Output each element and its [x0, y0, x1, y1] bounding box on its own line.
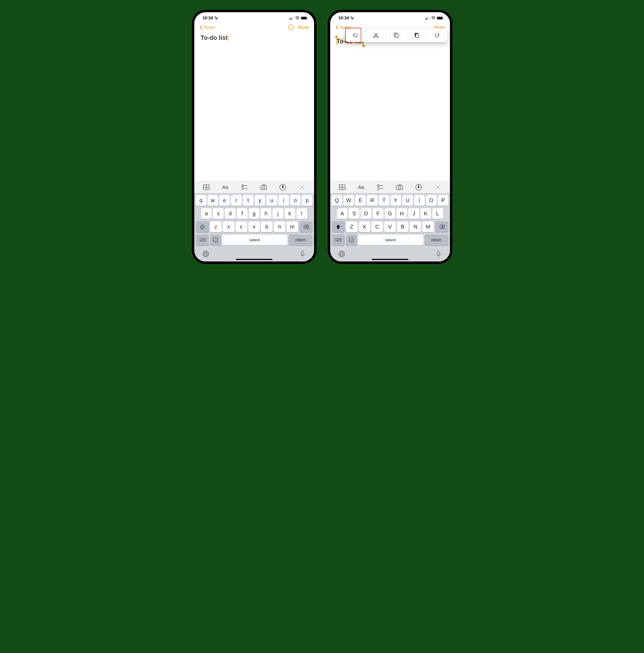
chevron-left-icon	[199, 25, 203, 30]
note-content[interactable]: To-do list	[330, 33, 450, 181]
key-k[interactable]: K	[420, 208, 431, 219]
key-i[interactable]: I	[414, 195, 425, 206]
key-u[interactable]: U	[402, 195, 413, 206]
key-s[interactable]: S	[349, 208, 359, 219]
keyboard: qwertyuiop asdfghjkl zxcvbnm 123 space r…	[194, 193, 314, 245]
home-indicator[interactable]	[236, 259, 272, 260]
table-tool-button[interactable]	[336, 184, 348, 191]
space-key[interactable]: space	[358, 235, 423, 245]
back-button[interactable]: Notes	[199, 25, 216, 30]
close-toolbar-button[interactable]	[296, 184, 308, 191]
key-j[interactable]: j	[272, 208, 283, 219]
key-h[interactable]: h	[261, 208, 271, 219]
space-key[interactable]: space	[222, 235, 287, 245]
key-y[interactable]: y	[255, 195, 265, 206]
shift-key[interactable]	[332, 221, 345, 232]
numbers-key[interactable]: 123	[196, 235, 209, 245]
key-p[interactable]: p	[302, 195, 312, 206]
key-l[interactable]: L	[432, 208, 443, 219]
key-u[interactable]: u	[266, 195, 277, 206]
key-x[interactable]: x	[223, 221, 234, 232]
redo-button[interactable]	[427, 28, 448, 42]
edit-popover	[345, 28, 448, 42]
key-p[interactable]: P	[438, 195, 448, 206]
camera-button[interactable]	[393, 184, 406, 191]
key-r[interactable]: R	[367, 195, 377, 206]
shift-key[interactable]	[196, 221, 209, 232]
emoji-key[interactable]	[210, 235, 221, 245]
key-n[interactable]: N	[410, 221, 421, 232]
note-content[interactable]: To-do list	[194, 33, 314, 181]
key-e[interactable]: E	[355, 195, 366, 206]
key-z[interactable]: z	[210, 221, 222, 232]
key-d[interactable]: d	[225, 208, 236, 219]
key-c[interactable]: c	[236, 221, 247, 232]
key-c[interactable]: C	[372, 221, 383, 232]
key-z[interactable]: Z	[346, 221, 358, 232]
key-a[interactable]: A	[337, 208, 348, 219]
dictation-key[interactable]	[435, 250, 442, 259]
markup-button[interactable]	[277, 184, 289, 191]
wifi-icon	[295, 17, 300, 20]
return-key[interactable]: return	[425, 235, 449, 245]
key-m[interactable]: m	[286, 221, 298, 232]
key-b[interactable]: b	[261, 221, 272, 232]
key-w[interactable]: W	[343, 195, 354, 206]
key-f[interactable]: f	[237, 208, 247, 219]
key-v[interactable]: V	[384, 221, 396, 232]
paste-button[interactable]	[407, 28, 427, 42]
delete-key[interactable]	[435, 221, 449, 232]
close-toolbar-button[interactable]	[432, 184, 444, 191]
delete-key[interactable]	[300, 221, 313, 232]
more-icon[interactable]	[288, 24, 294, 30]
key-y[interactable]: Y	[390, 195, 401, 206]
key-g[interactable]: g	[249, 208, 260, 219]
home-indicator[interactable]	[372, 259, 408, 260]
numbers-key[interactable]: 123	[332, 235, 345, 245]
key-e[interactable]: e	[219, 195, 230, 206]
keyboard: QWERTYUIOP ASDFGHJKL ZXCVBNM 123 space r…	[330, 193, 450, 245]
key-f[interactable]: F	[373, 208, 383, 219]
key-q[interactable]: Q	[332, 195, 342, 206]
key-t[interactable]: t	[243, 195, 254, 206]
key-h[interactable]: H	[397, 208, 407, 219]
key-j[interactable]: J	[408, 208, 419, 219]
checklist-button[interactable]	[374, 184, 386, 191]
key-l[interactable]: l	[296, 208, 307, 219]
markup-button[interactable]	[412, 184, 425, 191]
key-x[interactable]: X	[359, 221, 370, 232]
key-r[interactable]: r	[231, 195, 241, 206]
dictation-key[interactable]	[299, 250, 306, 259]
status-bar: 10:34	[194, 12, 314, 22]
key-n[interactable]: n	[274, 221, 285, 232]
return-key[interactable]: return	[289, 235, 313, 245]
key-v[interactable]: v	[248, 221, 260, 232]
key-b[interactable]: B	[397, 221, 408, 232]
globe-key[interactable]	[338, 250, 345, 259]
key-d[interactable]: D	[361, 208, 372, 219]
globe-key[interactable]	[202, 250, 210, 259]
key-a[interactable]: a	[201, 208, 212, 219]
format-aa-button[interactable]	[219, 184, 232, 191]
table-tool-button[interactable]	[200, 184, 212, 191]
key-i[interactable]: i	[278, 195, 289, 206]
key-t[interactable]: T	[379, 195, 389, 206]
done-button[interactable]: Done	[298, 25, 309, 30]
key-w[interactable]: w	[208, 195, 218, 206]
camera-button[interactable]	[258, 184, 270, 191]
key-o[interactable]: O	[426, 195, 436, 206]
copy-button[interactable]	[386, 28, 407, 42]
cut-button[interactable]	[366, 28, 386, 42]
keyboard-area: QWERTYUIOP ASDFGHJKL ZXCVBNM 123 space r…	[330, 181, 450, 262]
format-aa-button[interactable]	[355, 184, 367, 191]
key-s[interactable]: s	[213, 208, 224, 219]
undo-button[interactable]	[345, 28, 366, 42]
signal-icon	[289, 17, 294, 20]
key-m[interactable]: M	[422, 221, 434, 232]
checklist-button[interactable]	[238, 184, 251, 191]
key-g[interactable]: G	[385, 208, 396, 219]
key-o[interactable]: o	[290, 195, 301, 206]
key-k[interactable]: k	[285, 208, 295, 219]
key-q[interactable]: q	[196, 195, 206, 206]
emoji-key[interactable]	[346, 235, 357, 245]
